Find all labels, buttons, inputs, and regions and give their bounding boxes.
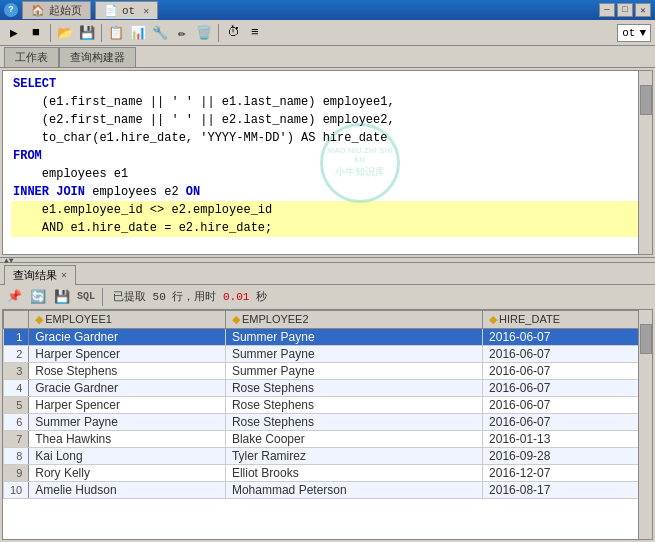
cell-hire-date: 2016-12-07 [483,465,652,482]
table-row[interactable]: 1Gracie GardnerSummer Payne2016-06-07 [4,329,652,346]
status-text: 已提取 50 行，用时 0.01 秒 [113,289,267,304]
table-row[interactable]: 8Kai LongTyler Ramirez2016-09-28 [4,448,652,465]
cell-employee1: Thea Hawkins [29,431,226,448]
cell-employee2: Elliot Brooks [225,465,482,482]
cell-employee2: Tyler Ramirez [225,448,482,465]
col-num [4,311,29,329]
results-tab-label: 查询结果 [13,268,57,283]
cell-hire-date: 2016-08-17 [483,482,652,499]
table-row[interactable]: 7Thea HawkinsBlake Cooper2016-01-13 [4,431,652,448]
tab-query-builder[interactable]: 查询构建器 [59,47,136,67]
cell-hire-date: 2016-06-07 [483,363,652,380]
tab-home-icon: 🏠 [31,4,45,17]
results-tab-strip: 查询结果 ✕ [0,263,655,285]
separator-2 [101,24,102,42]
cell-hire-date: 2016-06-07 [483,397,652,414]
results-tab-close[interactable]: ✕ [61,269,67,281]
table-row[interactable]: 2Harper SpencerSummer Payne2016-06-07 [4,346,652,363]
tab-ot-label: ot [122,5,135,17]
results-scrollbar[interactable] [638,310,652,539]
table-row[interactable]: 4Gracie GardnerRose Stephens2016-06-07 [4,380,652,397]
edit-button[interactable]: ✏️ [172,23,192,43]
export-button[interactable]: 📋 [106,23,126,43]
minimize-button[interactable]: ─ [599,3,615,17]
cell-employee2: Summer Payne [225,346,482,363]
tab-ot-icon: 📄 [104,4,118,17]
sql-line-3: (e2.first_name || ' ' || e2.last_name) e… [11,111,644,129]
export-results-button[interactable]: 💾 [52,287,72,307]
history-button[interactable]: ⏱ [223,23,243,43]
format-button[interactable]: ≡ [245,23,265,43]
cell-employee2: Blake Cooper [225,431,482,448]
cell-hire-date: 2016-01-13 [483,431,652,448]
title-bar: ? 🏠 起始页 📄 ot ✕ ─ □ ✕ [0,0,655,20]
sql-line-8: e1.employee_id <> e2.employee_id [11,201,644,219]
cell-employee1: Rose Stephens [29,363,226,380]
sql-line-7: INNER JOIN employees e2 ON [11,183,644,201]
run-button[interactable]: ▶ [4,23,24,43]
row-number: 2 [4,346,29,363]
separator-3 [218,24,219,42]
separator-1 [50,24,51,42]
results-tab[interactable]: 查询结果 ✕ [4,265,76,285]
row-number: 10 [4,482,29,499]
table-row[interactable]: 10Amelie HudsonMohammad Peterson2016-08-… [4,482,652,499]
tab-worksheet[interactable]: 工作表 [4,47,59,67]
cell-hire-date: 2016-06-07 [483,380,652,397]
cell-employee1: Harper Spencer [29,346,226,363]
explain-button[interactable]: 🔧 [150,23,170,43]
schema-dropdown[interactable]: ot ▼ [617,24,651,42]
col-hire-date[interactable]: ◆HIRE_DATE [483,311,652,329]
cell-employee1: Amelie Hudson [29,482,226,499]
col-employee1[interactable]: ◆EMPLOYEE1 [29,311,226,329]
col-employee2[interactable]: ◆EMPLOYEE2 [225,311,482,329]
pin-button[interactable]: 📌 [4,287,24,307]
cell-hire-date: 2016-06-07 [483,346,652,363]
open-button[interactable]: 📂 [55,23,75,43]
tab-ot[interactable]: 📄 ot ✕ [95,1,158,19]
cell-employee1: Kai Long [29,448,226,465]
results-sep [102,288,103,306]
results-panel: 查询结果 ✕ 📌 🔄 💾 SQL 已提取 50 行，用时 0.01 秒 ◆EMP… [0,263,655,542]
cell-employee2: Summer Payne [225,329,482,346]
toolbar-right: ot ▼ [617,24,651,42]
sql-content: SELECT (e1.first_name || ' ' || e1.last_… [3,71,652,241]
maximize-button[interactable]: □ [617,3,633,17]
refresh-button[interactable]: 🔄 [28,287,48,307]
sql-line-2: (e1.first_name || ' ' || e1.last_name) e… [11,93,644,111]
row-number: 6 [4,414,29,431]
cell-employee1: Rory Kelly [29,465,226,482]
scrollbar-thumb[interactable] [640,85,652,115]
save-button[interactable]: 💾 [77,23,97,43]
cell-employee2: Rose Stephens [225,397,482,414]
stop-button[interactable]: ■ [26,23,46,43]
tab-ot-close[interactable]: ✕ [143,5,149,17]
row-number: 4 [4,380,29,397]
data-table-container: ◆EMPLOYEE1 ◆EMPLOYEE2 ◆HIRE_DATE 1Gracie… [2,309,653,540]
table-row[interactable]: 5Harper SpencerRose Stephens2016-06-07 [4,397,652,414]
table-row[interactable]: 3Rose StephensSummer Payne2016-06-07 [4,363,652,380]
editor-scrollbar[interactable] [638,71,652,254]
cell-employee2: Mohammad Peterson [225,482,482,499]
title-bar-content: ? 🏠 起始页 📄 ot ✕ [4,1,599,19]
results-scrollbar-thumb[interactable] [640,324,652,354]
chart-button[interactable]: 📊 [128,23,148,43]
cell-employee1: Harper Spencer [29,397,226,414]
schema-label: ot [622,27,635,39]
sql-line-6: employees e1 [11,165,644,183]
main-toolbar: ▶ ■ 📂 💾 📋 📊 🔧 ✏️ 🗑️ ⏱ ≡ ot ▼ [0,20,655,46]
sql-button[interactable]: SQL [76,287,96,307]
close-button[interactable]: ✕ [635,3,651,17]
delete-button[interactable]: 🗑️ [194,23,214,43]
table-header: ◆EMPLOYEE1 ◆EMPLOYEE2 ◆HIRE_DATE [4,311,652,329]
table-body: 1Gracie GardnerSummer Payne2016-06-072Ha… [4,329,652,499]
table-row[interactable]: 9Rory KellyElliot Brooks2016-12-07 [4,465,652,482]
sql-line-5: FROM [11,147,644,165]
sql-line-4: to_char(e1.hire_date, 'YYYY-MM-DD') AS h… [11,129,644,147]
sql-editor[interactable]: SELECT (e1.first_name || ' ' || e1.last_… [2,70,653,255]
row-number: 3 [4,363,29,380]
table-row[interactable]: 6Summer PayneRose Stephens2016-06-07 [4,414,652,431]
data-table: ◆EMPLOYEE1 ◆EMPLOYEE2 ◆HIRE_DATE 1Gracie… [3,310,652,499]
row-number: 1 [4,329,29,346]
tab-qishiye[interactable]: 🏠 起始页 [22,1,91,19]
